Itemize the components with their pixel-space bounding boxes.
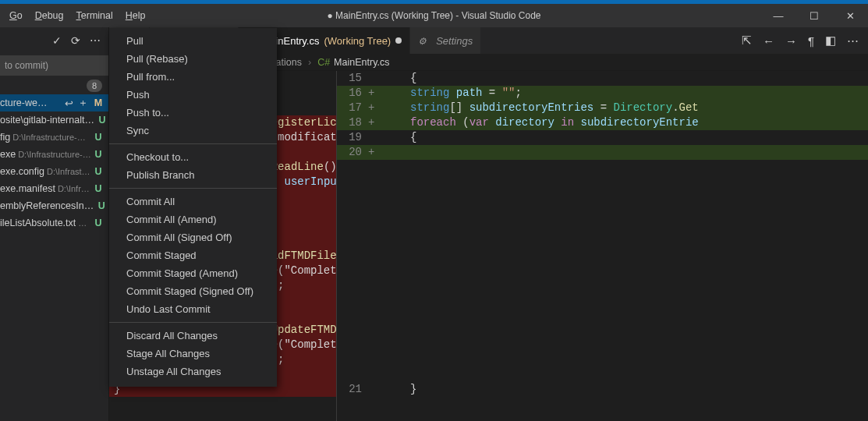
scm-status-letter: U — [97, 115, 108, 126]
code-line — [337, 293, 868, 308]
stage-icon[interactable]: ＋ — [78, 97, 88, 110]
prev-change-icon[interactable]: ← — [763, 34, 774, 48]
menu-item-commit-staged-amend[interactable]: Commit Staged (Amend) — [109, 264, 277, 282]
menu-item-commit-staged[interactable]: Commit Staged — [109, 246, 277, 264]
gutter-plus-icon — [368, 71, 379, 86]
menu-item-commit-staged-signed-off[interactable]: Commit Staged (Signed Off) — [109, 282, 277, 300]
gear-icon — [418, 35, 431, 47]
changes-header[interactable]: 8 — [0, 77, 108, 94]
tab-settings[interactable]: Settings — [410, 27, 481, 54]
line-number: 20 — [337, 145, 368, 160]
refresh-icon[interactable]: ⟳ — [71, 34, 80, 47]
line-number: 21 — [337, 382, 368, 397]
menu-terminal[interactable]: Terminal — [70, 7, 119, 24]
menu-separator — [109, 188, 277, 189]
menu-item-push-to[interactable]: Push to... — [109, 104, 277, 122]
toggle-whitespace-icon[interactable]: ¶ — [808, 34, 814, 48]
scm-file-path: D:\Infrast… — [47, 167, 93, 176]
next-change-icon[interactable]: → — [785, 34, 797, 48]
gutter-plus-icon — [368, 234, 379, 249]
dirty-dot-icon — [395, 37, 402, 44]
maximize-button[interactable]: ☐ — [796, 4, 832, 27]
line-number — [337, 308, 368, 323]
line-number — [337, 264, 368, 278]
code-line — [337, 204, 868, 219]
menu-debug[interactable]: Debug — [29, 7, 70, 24]
gutter-plus-icon — [368, 204, 379, 219]
code-line — [337, 352, 868, 367]
gutter-plus-icon: + — [368, 86, 379, 101]
line-number — [337, 234, 368, 249]
gutter-plus-icon — [368, 189, 379, 204]
menu-item-push[interactable]: Push — [109, 86, 277, 104]
commit-message-input[interactable]: to commit) — [0, 55, 108, 76]
scm-change-row[interactable]: emblyReferencesIn…U — [0, 197, 108, 214]
scm-change-row[interactable]: exe.manifestD:\Infr…U — [0, 180, 108, 197]
scm-file-name: fig — [0, 132, 10, 143]
menu-item-publish-branch[interactable]: Publish Branch — [109, 166, 277, 184]
scm-status-letter: U — [93, 132, 104, 143]
menu-item-commit-all-amend[interactable]: Commit All (Amend) — [109, 210, 277, 228]
open-changes-icon[interactable]: ⇱ — [742, 34, 752, 48]
changes-list: cture-we…↩＋Mosite\gitlab-internalt…UfigD… — [0, 94, 108, 232]
code-line — [337, 367, 868, 382]
close-window-button[interactable]: ✕ — [832, 4, 868, 27]
code-line: 19{ — [337, 130, 868, 145]
scm-file-name: cture-we… — [0, 97, 47, 108]
scm-status-letter: U — [93, 183, 104, 194]
line-number — [337, 367, 368, 382]
menu-item-pull-from[interactable]: Pull from... — [109, 68, 277, 86]
scm-more-actions-menu: PullPull (Rebase)Pull from...PushPush to… — [109, 28, 277, 387]
scm-change-row[interactable]: osite\gitlab-internalt…U — [0, 111, 108, 129]
editor-actions: ⇱ ← → ¶ ◧ ⋯ — [742, 27, 868, 54]
menu-item-sync[interactable]: Sync — [109, 122, 277, 140]
scm-file-path: D:\Infr… — [58, 184, 93, 193]
breadcrumb-leaf[interactable]: C# MainEntry.cs — [317, 57, 389, 68]
tab-label: Settings — [436, 35, 473, 47]
menu-item-pull-rebase[interactable]: Pull (Rebase) — [109, 50, 277, 68]
line-number: 17 — [337, 101, 368, 115]
csharp-file-icon: C# — [317, 57, 330, 68]
menu-help[interactable]: Help — [119, 7, 152, 24]
line-number — [337, 249, 368, 264]
menu-item-discard-all-changes[interactable]: Discard All Changes — [109, 327, 277, 345]
discard-icon[interactable]: ↩ — [65, 97, 73, 109]
scm-file-path: D:\Infrastructure-… — [18, 150, 93, 159]
line-number — [337, 175, 368, 189]
minimize-button[interactable]: ― — [760, 4, 796, 27]
scm-file-path: … — [78, 218, 93, 228]
diff-modified-pane[interactable]: 15{16+string path = "";17+string[] subdi… — [336, 71, 868, 421]
menu-item-pull[interactable]: Pull — [109, 32, 277, 50]
scm-change-row[interactable]: exe.configD:\Infrast…U — [0, 163, 108, 180]
menu-separator — [109, 143, 277, 144]
scm-file-name: exe — [0, 149, 16, 160]
changes-count-badge: 8 — [87, 80, 102, 92]
gutter-plus-icon — [368, 219, 379, 234]
menu-item-commit-all[interactable]: Commit All — [109, 193, 277, 210]
code-line — [337, 278, 868, 293]
more-icon[interactable]: ⋯ — [90, 34, 101, 47]
menu-item-unstage-all-changes[interactable]: Unstage All Changes — [109, 363, 277, 380]
menu-go[interactable]: Go — [3, 7, 29, 24]
code-line — [337, 219, 868, 234]
check-icon[interactable]: ✓ — [52, 34, 62, 47]
scm-change-row[interactable]: cture-we…↩＋M — [0, 94, 108, 111]
menu-item-undo-last-commit[interactable]: Undo Last Commit — [109, 300, 277, 318]
scm-change-row[interactable]: ileListAbsolute.txt…U — [0, 214, 108, 232]
split-editor-icon[interactable]: ◧ — [825, 34, 836, 48]
code-line: 18+foreach (var directory in subdirector… — [337, 115, 868, 130]
gutter-plus-icon: + — [368, 145, 379, 160]
code-line — [337, 264, 868, 278]
menu-item-stage-all-changes[interactable]: Stage All Changes — [109, 345, 277, 363]
scm-change-row[interactable]: figD:\Infrastructure-…U — [0, 129, 108, 146]
scm-change-row[interactable]: exeD:\Infrastructure-…U — [0, 146, 108, 163]
breadcrumb-leaf-label: MainEntry.cs — [334, 57, 389, 68]
more-actions-icon[interactable]: ⋯ — [847, 34, 859, 48]
scm-file-name: osite\gitlab-internalt… — [0, 115, 94, 126]
gutter-plus-icon — [368, 323, 379, 338]
menu-item-commit-all-signed-off[interactable]: Commit All (Signed Off) — [109, 228, 277, 246]
code-line: 16+string path = ""; — [337, 86, 868, 101]
menu-separator — [109, 322, 277, 323]
menu-item-checkout-to[interactable]: Checkout to... — [109, 148, 277, 166]
line-number — [337, 323, 368, 338]
